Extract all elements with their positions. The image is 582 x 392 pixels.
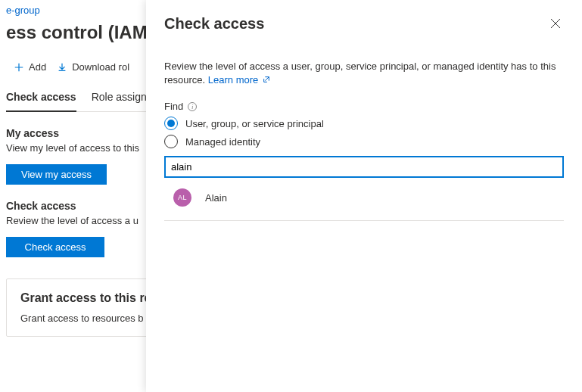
search-result[interactable]: AL Alain <box>164 178 564 217</box>
plus-icon <box>14 62 24 73</box>
check-access-button[interactable]: Check access <box>6 237 104 257</box>
find-label: Find <box>164 101 183 112</box>
learn-more-link[interactable]: Learn more <box>208 74 270 86</box>
close-icon <box>550 18 561 29</box>
add-button[interactable]: Add <box>14 61 46 73</box>
results-divider <box>164 220 564 221</box>
radio-user-group[interactable]: User, group, or service principal <box>164 117 564 130</box>
search-input[interactable] <box>164 156 564 178</box>
download-button[interactable]: Download rol <box>57 61 129 73</box>
breadcrumb-link[interactable]: e-group <box>6 5 40 16</box>
avatar: AL <box>173 188 191 207</box>
view-my-access-button[interactable]: View my access <box>6 164 107 185</box>
radio-user-label: User, group, or service principal <box>185 118 324 129</box>
download-label: Download rol <box>72 61 129 73</box>
add-label: Add <box>29 61 46 73</box>
result-name: Alain <box>205 192 227 204</box>
radio-icon <box>164 135 178 148</box>
info-icon[interactable]: i <box>188 102 197 111</box>
flyout-description: Review the level of access a user, group… <box>164 60 564 87</box>
find-label-row: Find i <box>164 101 564 112</box>
radio-managed-identity[interactable]: Managed identity <box>164 135 564 148</box>
tab-check-access[interactable]: Check access <box>6 85 76 112</box>
radio-icon <box>164 117 178 130</box>
check-access-flyout: Check access Review the level of access … <box>146 0 582 392</box>
close-button[interactable] <box>547 15 564 34</box>
download-icon <box>57 62 67 73</box>
flyout-title: Check access <box>164 15 264 33</box>
radio-managed-label: Managed identity <box>185 136 260 148</box>
tab-role-assign[interactable]: Role assign <box>92 85 147 111</box>
learn-more-label: Learn more <box>208 74 258 86</box>
external-link-icon <box>263 76 270 83</box>
